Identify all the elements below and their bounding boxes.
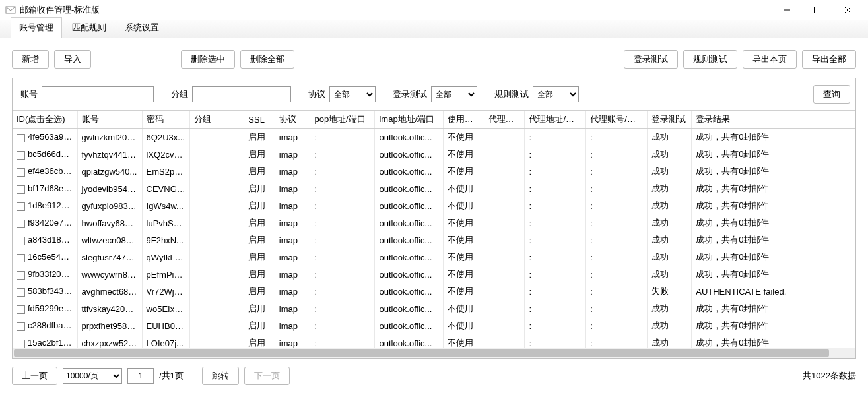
delete-selected-button[interactable]: 删除选中 — [181, 50, 235, 69]
cell-grp — [189, 334, 244, 348]
column-header[interactable]: 分组 — [189, 111, 244, 129]
row-checkbox[interactable] — [17, 237, 25, 245]
cell-proxy: 不使用 — [443, 146, 484, 163]
content-area: 新增 导入 删除选中 删除全部 登录测试 规则测试 导出本页 导出全部 账号 分… — [0, 38, 868, 393]
table-row[interactable]: 4fe563a988...gwlnzkmf209...6Q2U3x...启用im… — [13, 129, 855, 146]
protocol-select[interactable]: 全部 — [329, 86, 376, 102]
query-button[interactable]: 查询 — [813, 85, 850, 104]
cell-ssl: 启用 — [244, 266, 275, 283]
row-checkbox[interactable] — [17, 185, 25, 194]
cell-pop: : — [310, 283, 375, 300]
column-header[interactable]: 密码 — [142, 111, 189, 129]
row-checkbox[interactable] — [17, 288, 25, 297]
cell-proto: imap — [275, 146, 310, 163]
table-row[interactable]: 583bf3437...avghmect689...Vr72Wjk...启用im… — [13, 283, 855, 300]
login-test-button[interactable]: 登录测试 — [624, 50, 678, 69]
column-header[interactable]: 使用代理 — [443, 111, 484, 129]
row-checkbox[interactable] — [17, 220, 25, 228]
cell-login: 成功 — [648, 146, 692, 163]
minimize-button[interactable] — [772, 0, 802, 20]
cell-imap: outlook.offic... — [375, 283, 443, 300]
cell-proto: imap — [275, 317, 310, 334]
import-button[interactable]: 导入 — [54, 50, 91, 69]
cell-pwd: Vr72Wjk... — [142, 283, 189, 300]
table-row[interactable]: 16c5e54c8...slegtusr7472...qWyIkLJ...启用i… — [13, 249, 855, 266]
group-input[interactable] — [192, 86, 291, 102]
cell-login: 成功 — [648, 197, 692, 214]
cell-proxy: 不使用 — [443, 214, 484, 231]
cell-result: 成功，共有0封邮件 — [692, 197, 855, 214]
table-row[interactable]: a843d187d...wltwzecn0847...9F2hxN...启用im… — [13, 231, 855, 249]
column-header[interactable]: 代理类型 — [484, 111, 525, 129]
cell-proto: imap — [275, 300, 310, 317]
row-checkbox[interactable] — [17, 151, 25, 160]
export-page-button[interactable]: 导出本页 — [743, 50, 797, 69]
cell-proto: imap — [275, 266, 310, 283]
table-row[interactable]: fd59299e6...ttfvskay42045...wo5EIxY...启用… — [13, 300, 855, 317]
cell-result: 成功，共有0封邮件 — [692, 334, 855, 348]
tab-settings[interactable]: 系统设置 — [116, 17, 168, 38]
table-scroll[interactable]: ID(点击全选)账号密码分组SSL协议pop地址/端口imap地址/端口使用代理… — [13, 110, 855, 348]
close-button[interactable] — [832, 0, 863, 20]
cell-id: 4fe563a988... — [13, 129, 77, 146]
cell-grp — [189, 317, 244, 334]
cell-proto: imap — [275, 231, 310, 249]
cell-id: f93420e763... — [13, 214, 77, 231]
cell-pop: : — [310, 180, 375, 197]
maximize-button[interactable] — [802, 0, 832, 20]
column-header[interactable]: 代理账号/密码 — [586, 111, 648, 129]
cell-pacct: : — [586, 300, 648, 317]
tab-accounts[interactable]: 账号管理 — [11, 17, 62, 38]
table-row[interactable]: 9fb33f208a...wwwcywrn84...pEfmPi7...启用im… — [13, 266, 855, 283]
rule-test-button[interactable]: 规则测试 — [683, 50, 737, 69]
column-header[interactable]: 登录测试 — [648, 111, 692, 129]
column-header[interactable]: pop地址/端口 — [310, 111, 375, 129]
tab-rules[interactable]: 匹配规则 — [63, 17, 115, 38]
page-size-select[interactable]: 10000/页 — [63, 368, 122, 384]
row-checkbox[interactable] — [17, 134, 25, 142]
prev-page-button[interactable]: 上一页 — [12, 367, 57, 385]
account-input[interactable] — [42, 86, 154, 102]
table-row[interactable]: f93420e763...hwoffavy6814...luPvhS7...启用… — [13, 214, 855, 231]
row-checkbox[interactable] — [17, 168, 25, 177]
horizontal-scrollbar[interactable] — [13, 348, 855, 358]
column-header[interactable]: 代理地址/端口 — [525, 111, 586, 129]
cell-pwd: EmS2pu... — [142, 163, 189, 180]
cell-imap: outlook.offic... — [375, 146, 443, 163]
row-checkbox[interactable] — [17, 340, 25, 348]
table-row[interactable]: ef4e36cbcf...qpiatzgw540...EmS2pu...启用im… — [13, 163, 855, 180]
next-page-button[interactable]: 下一页 — [244, 367, 290, 385]
row-checkbox[interactable] — [17, 271, 25, 280]
export-all-button[interactable]: 导出全部 — [802, 50, 856, 69]
column-header[interactable]: 账号 — [77, 111, 142, 129]
delete-all-button[interactable]: 删除全部 — [240, 50, 294, 69]
cell-imap: outlook.offic... — [375, 214, 443, 231]
column-header[interactable]: ID(点击全选) — [13, 111, 77, 129]
table-row[interactable]: c288dfba1...prpxfhet9582...EUHB0q...启用im… — [13, 317, 855, 334]
table-row[interactable]: 15ac2bf130...chxzpxzw526...LOIe07j...启用i… — [13, 334, 855, 348]
cell-proxy: 不使用 — [443, 334, 484, 348]
goto-button[interactable]: 跳转 — [202, 367, 239, 385]
table-row[interactable]: bc5d66d12...fyvhztqv4419...lXQ2cvq...启用i… — [13, 146, 855, 163]
login-test-select[interactable]: 全部 — [431, 86, 477, 102]
column-header[interactable]: imap地址/端口 — [375, 111, 443, 129]
table-row[interactable]: bf17d68e3...jyodevib9541...CEVNGx...启用im… — [13, 180, 855, 197]
table-row[interactable]: 1d8e91258...gyfuxplo9837...IgWs4w...启用im… — [13, 197, 855, 214]
cell-imap: outlook.offic... — [375, 163, 443, 180]
cell-imap: outlook.offic... — [375, 317, 443, 334]
column-header[interactable]: 协议 — [275, 111, 310, 129]
cell-login: 成功 — [648, 180, 692, 197]
add-button[interactable]: 新增 — [12, 50, 49, 69]
cell-ssl: 启用 — [244, 231, 275, 249]
row-checkbox[interactable] — [17, 254, 25, 262]
page-number-input[interactable] — [127, 368, 154, 384]
row-checkbox[interactable] — [17, 305, 25, 314]
column-header[interactable]: 登录结果 — [692, 111, 855, 129]
cell-id: ef4e36cbcf... — [13, 163, 77, 180]
cell-pwd: EUHB0q... — [142, 317, 189, 334]
rule-test-select[interactable]: 全部 — [533, 86, 579, 102]
cell-pacct: : — [586, 334, 648, 348]
row-checkbox[interactable] — [17, 322, 25, 331]
row-checkbox[interactable] — [17, 202, 25, 211]
column-header[interactable]: SSL — [244, 111, 275, 129]
